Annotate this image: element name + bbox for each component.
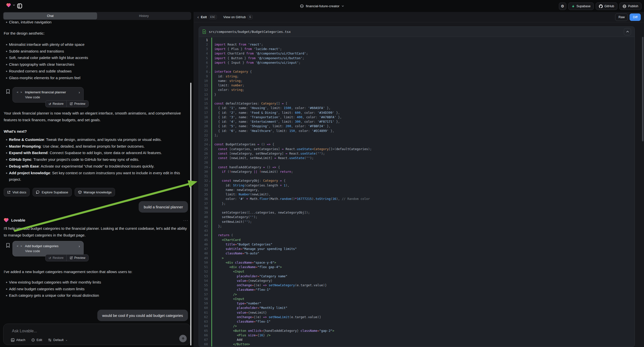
code-panel: ‹ Exit ESC View on GitHub G Raw Diff src… xyxy=(194,12,644,347)
edit-label: Edit xyxy=(36,338,42,342)
version-title: Implement financial planner xyxy=(25,90,66,94)
supabase-button[interactable]: Supabase xyxy=(568,2,594,10)
exit-button[interactable]: Exit xyxy=(201,15,207,19)
manage-knowledge-button[interactable]: Manage knowledge xyxy=(75,188,115,196)
list-item: Master Prompting: Use clear, detailed, a… xyxy=(0,143,187,150)
code-scrollbar[interactable] xyxy=(642,37,644,142)
preview-button[interactable]: Preview xyxy=(67,100,88,107)
chip-label: Visit docs xyxy=(12,190,26,194)
globe-icon xyxy=(622,4,626,8)
view-code-link[interactable]: View code xyxy=(13,94,84,99)
code-icon: < > xyxy=(17,244,22,248)
version-card-add-budget-categories[interactable]: < > Add budget categories › View code xyxy=(12,241,84,256)
collapse-file-button[interactable] xyxy=(624,28,631,35)
external-link-icon xyxy=(7,191,10,194)
message-menu-button[interactable]: ··· xyxy=(183,218,188,222)
lovable-app: financial-future-creator ⚙ Supabase GitH… xyxy=(0,0,644,347)
list-item: Add new budget categories with custom li… xyxy=(0,286,186,292)
github-label: GitHub xyxy=(604,4,614,8)
list-item: View existing budget categories with the… xyxy=(0,279,186,286)
file-diff-card: src/components/budget/BudgetCategories.t… xyxy=(199,26,635,347)
back-chevron-icon[interactable]: ‹ xyxy=(198,15,199,20)
publish-button[interactable]: Publish xyxy=(619,2,642,10)
composer-input[interactable]: Ask Lovable... xyxy=(12,329,37,333)
image-icon xyxy=(11,338,14,342)
chevron-right-icon: › xyxy=(79,90,80,94)
restore-button[interactable]: ↺ Restore xyxy=(46,255,66,261)
code-icon: < > xyxy=(17,90,22,94)
list-item: Each category gets a unique color for vi… xyxy=(0,292,186,299)
user-message-bubble: would be cool if you could add budget ca… xyxy=(97,310,188,321)
github-button[interactable]: GitHub xyxy=(596,2,617,10)
project-icon xyxy=(300,4,304,8)
mode-selector[interactable]: Default ⌄ xyxy=(48,338,68,342)
preview-button[interactable]: Preview xyxy=(67,255,88,261)
restore-label: Restore xyxy=(52,256,64,260)
list-item: Debug with Ease: Activate our experiment… xyxy=(0,163,187,170)
visit-docs-button[interactable]: Visit docs xyxy=(4,188,30,196)
user-message-bubble: build a financial planner xyxy=(139,201,188,212)
settings-button[interactable]: ⚙ xyxy=(559,2,566,10)
diff-toggle-button[interactable]: Diff xyxy=(630,14,641,21)
esc-shortcut-badge: ESC xyxy=(209,15,217,19)
view-code-link[interactable]: View code xyxy=(13,248,84,253)
list-item: Glass-morphic elements for a premium fee… xyxy=(0,75,186,82)
knowledge-box-icon xyxy=(78,190,82,194)
list-item: Clean typography with clear hierarchies xyxy=(0,61,186,68)
sliders-icon xyxy=(48,338,52,342)
preview-label: Preview xyxy=(74,102,85,106)
project-switcher[interactable]: financial-future-creator xyxy=(0,0,644,12)
assistant-paragraph: Your sleek financial planner is now read… xyxy=(4,110,187,123)
tab-chat[interactable]: Chat xyxy=(4,12,97,20)
list-item: GitHub Sync: Transfer your project's cod… xyxy=(0,156,187,163)
chat-bubble-icon xyxy=(36,190,40,194)
chip-label: Explore Supabase xyxy=(42,190,68,194)
restore-preview-pill: ↺ Restore Preview xyxy=(45,100,88,107)
mode-label: Default xyxy=(53,338,64,342)
whats-next-list: Refine & Customize: Tweak the design, an… xyxy=(0,136,187,183)
added-features-list: View existing budget categories with the… xyxy=(0,279,186,299)
list-item: Rounded corners and subtle shadows xyxy=(0,68,186,75)
assistant-header: Lovable xyxy=(4,218,26,222)
code-toolbar: ‹ Exit ESC View on GitHub G Raw Diff xyxy=(194,12,644,22)
design-bullet-list: Minimalist interface with plenty of whit… xyxy=(0,41,186,81)
attach-button[interactable]: Attach xyxy=(11,338,26,342)
external-link-icon xyxy=(70,256,73,260)
chat-composer[interactable]: Ask Lovable... Attach Edit xyxy=(3,324,190,345)
send-button[interactable] xyxy=(179,335,187,342)
assistant-name: Lovable xyxy=(11,218,26,222)
supabase-label: Supabase xyxy=(576,4,590,8)
suggestion-chip-row: Visit docs Explore Supabase Manage knowl… xyxy=(4,188,115,196)
whats-next-heading: What's next? xyxy=(4,128,186,135)
chat-scrollbar[interactable] xyxy=(190,83,192,346)
design-heading: For the design aesthetic: xyxy=(4,30,186,36)
publish-label: Publish xyxy=(628,4,638,8)
bookmark-icon[interactable] xyxy=(6,243,10,248)
partial-bullet-list: Clean, intuitive navigation xyxy=(0,19,186,26)
chip-label: Manage knowledge xyxy=(84,190,112,194)
assistant-paragraph: I've added a new budget categories manag… xyxy=(4,268,188,275)
file-header[interactable]: src/components/budget/BudgetCategories.t… xyxy=(199,27,634,37)
edit-mode-button[interactable]: Edit xyxy=(31,338,42,342)
explore-supabase-button[interactable]: Explore Supabase xyxy=(32,188,72,196)
gear-icon: ⚙ xyxy=(561,4,564,8)
chevron-down-icon xyxy=(342,5,344,7)
project-name: financial-future-creator xyxy=(306,4,339,8)
view-on-github-link[interactable]: View on GitHub xyxy=(223,15,246,19)
chevron-down-icon: ⌄ xyxy=(65,338,68,342)
tab-history[interactable]: History xyxy=(97,12,191,20)
github-icon xyxy=(599,4,603,8)
raw-toggle-button[interactable]: Raw xyxy=(615,14,628,21)
list-item: Refine & Customize: Tweak the design, an… xyxy=(0,136,187,143)
list-item: Minimalist interface with plenty of whit… xyxy=(0,41,186,48)
file-added-icon xyxy=(202,29,206,34)
code-lines[interactable]: 12import React from 'react';3import { Pl… xyxy=(199,37,634,347)
attach-label: Attach xyxy=(16,338,26,342)
lovable-heart-icon xyxy=(4,218,9,222)
restore-button[interactable]: ↺ Restore xyxy=(46,100,66,107)
list-item: Clean, intuitive navigation xyxy=(0,19,186,26)
restore-label: Restore xyxy=(52,102,64,106)
target-icon xyxy=(31,338,35,342)
chat-panel: Chat History Clean, intuitive navigation… xyxy=(0,12,194,347)
bookmark-icon[interactable] xyxy=(6,89,10,94)
